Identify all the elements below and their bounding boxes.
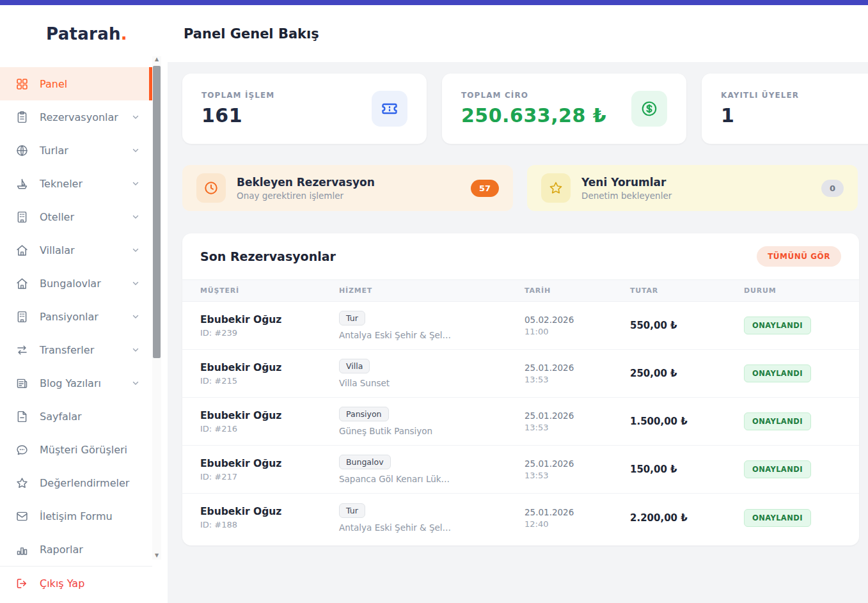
customer-name: Ebubekir Oğuz bbox=[200, 314, 339, 325]
app-header: Patarah. Panel Genel Bakış bbox=[0, 5, 868, 62]
chevron-down-icon bbox=[131, 379, 140, 388]
view-all-button[interactable]: TÜMÜNÜ GÖR bbox=[757, 246, 841, 267]
chevron-down-icon bbox=[131, 146, 140, 155]
sidebar-item-transferler[interactable]: Transferler bbox=[0, 333, 152, 366]
reservation-time: 13:53 bbox=[525, 423, 630, 432]
reservation-id: ID: #217 bbox=[200, 472, 339, 482]
customer-name: Ebubekir Oğuz bbox=[200, 410, 339, 421]
stat-label: TOPLAM CİRO bbox=[461, 91, 606, 100]
status-badge: ONAYLANDI bbox=[744, 509, 811, 527]
service-name: Antalya Eski Şehir & Şel… bbox=[339, 330, 525, 340]
chevron-down-icon bbox=[131, 312, 140, 321]
table-column-headers: MÜŞTERİ HİZMET TARİH TUTAR DURUM bbox=[182, 279, 859, 302]
reservation-time: 12:40 bbox=[525, 519, 630, 529]
logout-icon bbox=[15, 577, 29, 590]
sidebar-item-label: Pansiyonlar bbox=[40, 311, 99, 323]
logout-button[interactable]: Çıkış Yap bbox=[0, 567, 152, 600]
stat-label: KAYITLI ÜYELER bbox=[721, 91, 799, 100]
status-badge: ONAYLANDI bbox=[744, 317, 811, 334]
new-comments-alert[interactable]: Yeni Yorumlar Denetim bekleyenler 0 bbox=[527, 165, 858, 211]
sidebar-item-label: Müşteri Görüşleri bbox=[40, 444, 127, 456]
sidebar-item-degerlendirmeler[interactable]: Değerlendirmeler bbox=[0, 466, 152, 499]
sidebar-item-rezervasyonlar[interactable]: Rezervasyonlar bbox=[0, 100, 152, 134]
logo[interactable]: Patarah. bbox=[0, 5, 168, 62]
scroll-down-icon[interactable]: ▼ bbox=[152, 552, 161, 559]
reservation-date: 05.02.2026 bbox=[525, 315, 630, 325]
bar-chart-icon bbox=[15, 543, 29, 556]
sidebar-item-label: Tekneler bbox=[40, 178, 83, 190]
service-name: Villa Sunset bbox=[339, 378, 525, 388]
stat-value: 161 bbox=[201, 104, 274, 127]
table-row: Ebubekir OğuzID: #215 VillaVilla Sunset … bbox=[182, 350, 859, 398]
count-badge: 0 bbox=[821, 180, 844, 197]
table-row: Ebubekir OğuzID: #217 BungalovSapanca Gö… bbox=[182, 446, 859, 494]
sidebar-scrollbar[interactable]: ▲ ▼ bbox=[152, 56, 161, 560]
table-row: Ebubekir OğuzID: #216 PansiyonGüneş Buti… bbox=[182, 398, 859, 446]
reservation-time: 13:53 bbox=[525, 471, 630, 480]
recent-reservations-card: Son Rezervasyonlar TÜMÜNÜ GÖR MÜŞTERİ Hİ… bbox=[182, 233, 859, 545]
transfer-arrows-icon bbox=[15, 343, 29, 357]
sidebar-item-villalar[interactable]: Villalar bbox=[0, 233, 152, 267]
sidebar-item-label: Bungalovlar bbox=[40, 278, 101, 290]
sidebar-item-musteri-gorusleri[interactable]: Müşteri Görüşleri bbox=[0, 433, 152, 466]
status-badge: ONAYLANDI bbox=[744, 412, 811, 430]
sidebar-item-iletisim-formu[interactable]: İletişim Formu bbox=[0, 499, 152, 533]
sidebar-item-oteller[interactable]: Oteller bbox=[0, 200, 152, 233]
reservation-amount: 2.200,00 ₺ bbox=[630, 512, 744, 524]
building-icon bbox=[15, 210, 29, 224]
sidebar-item-label: Panel bbox=[40, 78, 67, 90]
sidebar-item-pansiyonlar[interactable]: Pansiyonlar bbox=[0, 300, 152, 333]
customer-name: Ebubekir Oğuz bbox=[200, 458, 339, 469]
reservation-time: 11:00 bbox=[525, 327, 630, 336]
star-icon bbox=[15, 476, 29, 490]
dollar-icon bbox=[631, 91, 667, 127]
chevron-down-icon bbox=[131, 246, 140, 255]
service-type-tag: Pansiyon bbox=[339, 407, 389, 421]
service-type-tag: Villa bbox=[339, 359, 370, 373]
customer-name: Ebubekir Oğuz bbox=[200, 506, 339, 517]
alert-subtitle: Denetim bekleyenler bbox=[581, 191, 672, 201]
ticket-icon bbox=[372, 91, 407, 127]
sidebar-item-label: Değerlendirmeler bbox=[40, 477, 129, 489]
top-accent-bar bbox=[0, 0, 868, 5]
page-icon bbox=[15, 410, 29, 423]
chat-icon bbox=[15, 443, 29, 457]
service-type-tag: Tur bbox=[339, 503, 365, 518]
logout-label: Çıkış Yap bbox=[40, 577, 84, 590]
column-header-tarih: TARİH bbox=[525, 286, 630, 295]
home-icon bbox=[15, 277, 29, 290]
newspaper-icon bbox=[15, 377, 29, 390]
sidebar-item-label: Turlar bbox=[40, 145, 68, 157]
sidebar-item-tekneler[interactable]: Tekneler bbox=[0, 167, 152, 200]
table-title: Son Rezervasyonlar bbox=[200, 249, 336, 263]
sidebar-item-label: Transferler bbox=[40, 344, 94, 356]
alert-title: Bekleyen Rezervasyon bbox=[237, 176, 375, 189]
pending-reservations-alert[interactable]: Bekleyen Rezervasyon Onay gerektiren işl… bbox=[182, 165, 513, 211]
boat-icon bbox=[15, 177, 29, 191]
sidebar-item-raporlar[interactable]: Raporlar bbox=[0, 533, 152, 566]
stat-card-kayitli-uyeler: KAYITLI ÜYELER 1 bbox=[702, 74, 868, 144]
reservation-id: ID: #215 bbox=[200, 376, 339, 386]
sidebar-item-bungalovlar[interactable]: Bungalovlar bbox=[0, 267, 152, 300]
reservation-amount: 150,00 ₺ bbox=[630, 464, 744, 475]
sidebar-item-panel[interactable]: Panel bbox=[0, 67, 152, 100]
main-content: TOPLAM İŞLEM 161 TOPLAM CİRO 250.633,28 … bbox=[168, 62, 868, 603]
stat-label: TOPLAM İŞLEM bbox=[201, 91, 274, 100]
sidebar-item-turlar[interactable]: Turlar bbox=[0, 134, 152, 167]
chevron-down-icon bbox=[131, 113, 140, 121]
sidebar-nav: Panel Rezervasyonlar Turlar Tekneler Ote… bbox=[0, 62, 168, 566]
sidebar-item-blog-yazilari[interactable]: Blog Yazıları bbox=[0, 366, 152, 400]
reservation-amount: 550,00 ₺ bbox=[630, 320, 744, 331]
mail-icon bbox=[15, 510, 29, 523]
clipboard-icon bbox=[15, 111, 29, 124]
chevron-down-icon bbox=[131, 345, 140, 354]
column-header-musteri: MÜŞTERİ bbox=[200, 286, 339, 295]
scroll-up-icon[interactable]: ▲ bbox=[152, 56, 161, 63]
scrollbar-thumb[interactable] bbox=[153, 66, 161, 358]
sidebar-item-label: Raporlar bbox=[40, 544, 83, 556]
sidebar-item-sayfalar[interactable]: Sayfalar bbox=[0, 400, 152, 433]
brand-dot: . bbox=[121, 24, 127, 43]
reservation-id: ID: #188 bbox=[200, 520, 339, 529]
stat-card-toplam-ciro: TOPLAM CİRO 250.633,28 ₺ bbox=[442, 74, 686, 144]
alert-title: Yeni Yorumlar bbox=[581, 176, 672, 189]
